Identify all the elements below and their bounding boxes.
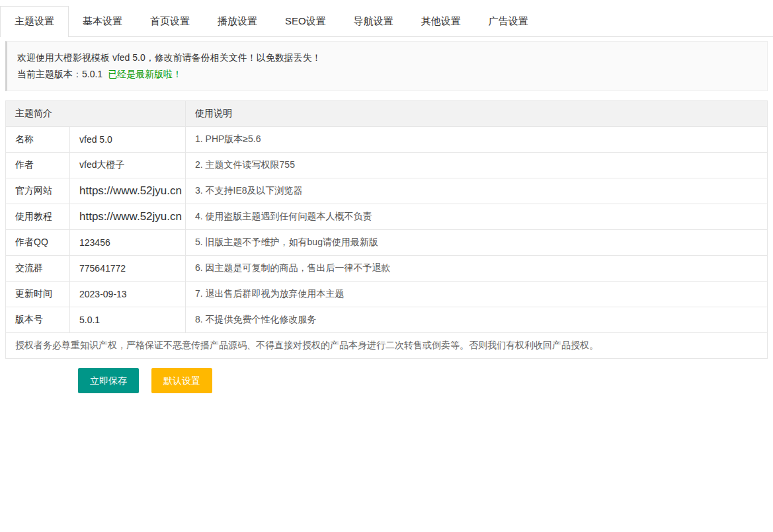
row-desc-2: 2. 主题文件读写权限755 (186, 153, 768, 178)
row-value-author: vfed大橙子 (70, 153, 186, 178)
row-value-website: https://www.52jyu.cn (70, 178, 186, 204)
row-value-name: vfed 5.0 (70, 127, 186, 153)
header-usage-notes: 使用说明 (186, 101, 768, 127)
license-note: 授权者务必尊重知识产权，严格保证不恶意传播产品源码、不得直接对授权的产品本身进行… (6, 333, 768, 359)
table-row: 使用教程 https://www.52jyu.cn 4. 使用盗版主题遇到任何问… (6, 204, 768, 230)
tab-seo-settings[interactable]: SEO设置 (271, 6, 340, 37)
theme-info-table: 主题简介 使用说明 名称 vfed 5.0 1. PHP版本≥5.6 作者 vf… (5, 100, 768, 359)
notice-box: 欢迎使用大橙影视模板 vfed 5.0，修改前请备份相关文件！以免数据丢失！ 当… (5, 41, 768, 91)
row-label-qq: 作者QQ (6, 230, 70, 256)
row-desc-5: 5. 旧版主题不予维护，如有bug请使用最新版 (186, 230, 768, 256)
row-value-tutorial: https://www.52jyu.cn (70, 204, 186, 230)
row-value-updated: 2023-09-13 (70, 282, 186, 307)
row-label-tutorial: 使用教程 (6, 204, 70, 230)
row-value-qq: 123456 (70, 230, 186, 256)
tab-content: 欢迎使用大橙影视模板 vfed 5.0，修改前请备份相关文件！以免数据丢失！ 当… (0, 41, 773, 393)
settings-page: 主题设置 基本设置 首页设置 播放设置 SEO设置 导航设置 其他设置 广告设置… (0, 0, 773, 532)
version-status: 已经是最新版啦！ (108, 69, 182, 79)
table-row: 作者 vfed大橙子 2. 主题文件读写权限755 (6, 153, 768, 178)
tab-basic-settings[interactable]: 基本设置 (69, 6, 136, 37)
default-button[interactable]: 默认设置 (151, 368, 212, 393)
header-theme-intro: 主题简介 (6, 101, 186, 127)
row-value-group: 775641772 (70, 256, 186, 282)
action-buttons: 立即保存 默认设置 (5, 368, 768, 393)
table-row: 更新时间 2023-09-13 7. 退出售后群即视为放弃使用本主题 (6, 282, 768, 307)
version-label: 当前主题版本：5.0.1 (17, 69, 102, 79)
table-row: 版本号 5.0.1 8. 不提供免费个性化修改服务 (6, 307, 768, 333)
tab-bar: 主题设置 基本设置 首页设置 播放设置 SEO设置 导航设置 其他设置 广告设置 (0, 0, 773, 37)
table-header-row: 主题简介 使用说明 (6, 101, 768, 127)
row-label-version: 版本号 (6, 307, 70, 333)
row-desc-8: 8. 不提供免费个性化修改服务 (186, 307, 768, 333)
tab-home-settings[interactable]: 首页设置 (136, 6, 204, 37)
row-label-name: 名称 (6, 127, 70, 153)
notice-version-line: 当前主题版本：5.0.1已经是最新版啦！ (17, 66, 757, 83)
tab-play-settings[interactable]: 播放设置 (204, 6, 271, 37)
row-label-author: 作者 (6, 153, 70, 178)
row-value-version: 5.0.1 (70, 307, 186, 333)
row-label-group: 交流群 (6, 256, 70, 282)
tab-ad-settings[interactable]: 广告设置 (475, 6, 542, 37)
table-row: 作者QQ 123456 5. 旧版主题不予维护，如有bug请使用最新版 (6, 230, 768, 256)
tab-other-settings[interactable]: 其他设置 (407, 6, 475, 37)
row-desc-6: 6. 因主题是可复制的商品，售出后一律不予退款 (186, 256, 768, 282)
row-desc-4: 4. 使用盗版主题遇到任何问题本人概不负责 (186, 204, 768, 230)
notice-welcome-text: 欢迎使用大橙影视模板 vfed 5.0，修改前请备份相关文件！以免数据丢失！ (17, 50, 757, 66)
row-label-updated: 更新时间 (6, 282, 70, 307)
row-desc-7: 7. 退出售后群即视为放弃使用本主题 (186, 282, 768, 307)
save-button[interactable]: 立即保存 (78, 368, 139, 393)
row-desc-1: 1. PHP版本≥5.6 (186, 127, 768, 153)
tab-nav-settings[interactable]: 导航设置 (340, 6, 407, 37)
table-row: 交流群 775641772 6. 因主题是可复制的商品，售出后一律不予退款 (6, 256, 768, 282)
table-row: 名称 vfed 5.0 1. PHP版本≥5.6 (6, 127, 768, 153)
row-desc-3: 3. 不支持IE8及以下浏览器 (186, 178, 768, 204)
table-footer-row: 授权者务必尊重知识产权，严格保证不恶意传播产品源码、不得直接对授权的产品本身进行… (6, 333, 768, 359)
table-row: 官方网站 https://www.52jyu.cn 3. 不支持IE8及以下浏览… (6, 178, 768, 204)
row-label-website: 官方网站 (6, 178, 70, 204)
tab-theme-settings[interactable]: 主题设置 (0, 6, 69, 37)
